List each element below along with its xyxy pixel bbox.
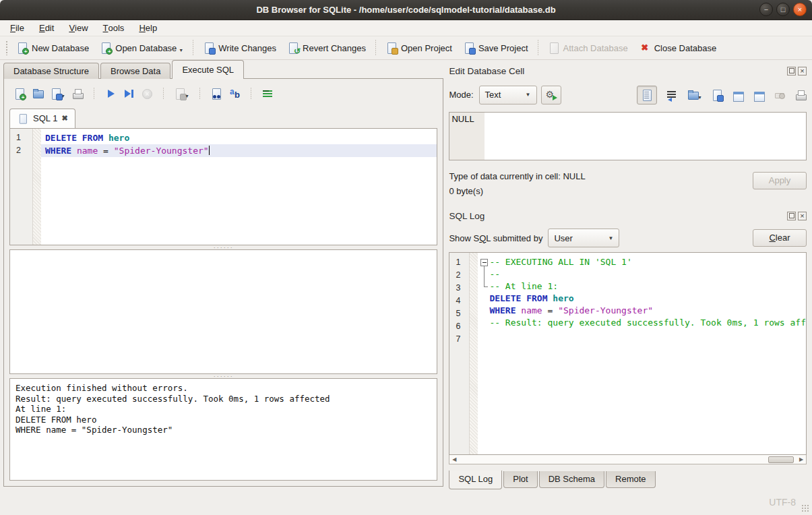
find-icon[interactable]	[210, 88, 222, 100]
format-sql-icon[interactable]	[261, 88, 274, 100]
toolbar-separator	[199, 88, 200, 100]
execute-all-icon[interactable]	[104, 88, 117, 100]
menu-help[interactable]: Help	[131, 20, 164, 36]
menu-edit[interactable]: Edit	[32, 20, 61, 36]
sql-editor[interactable]: 12 DELETE FROM heroWHERE name = "Spider-…	[9, 128, 437, 245]
text-mode-icon[interactable]	[637, 86, 657, 104]
print-cell-icon[interactable]	[794, 89, 807, 101]
scroll-right-icon[interactable]: ▶	[797, 456, 806, 464]
stop-icon[interactable]	[141, 88, 153, 100]
sql-doc-tab-label: SQL 1	[33, 113, 57, 123]
cell-editor[interactable]: NULL	[449, 112, 807, 161]
open-database-icon: +	[100, 42, 112, 54]
import-data-icon	[687, 89, 699, 101]
dock-tab-sql-log[interactable]: SQL Log	[449, 471, 502, 489]
tab-execute-sql[interactable]: Execute SQL	[172, 60, 244, 79]
open-sql-file-icon[interactable]	[32, 88, 44, 100]
mode-select[interactable]: Text ▼	[479, 86, 537, 104]
maximize-button[interactable]: □	[776, 3, 790, 16]
remove-icon[interactable]	[774, 89, 786, 101]
close-database-icon	[639, 42, 651, 54]
float-dock-icon[interactable]	[787, 67, 796, 75]
close-dock-icon[interactable]	[798, 67, 807, 75]
main-toolbar: +New Database+Open Database▼Write Change…	[0, 36, 812, 60]
tab-browse-data[interactable]: Browse Data	[100, 63, 170, 79]
cell-editor-area[interactable]	[485, 113, 806, 160]
log-horizontal-scrollbar[interactable]: ◀ ▶	[449, 455, 807, 464]
dropdown-caret-icon[interactable]: ▼	[179, 48, 183, 54]
execution-message-pane[interactable]: Execution finished without errors.Result…	[9, 378, 437, 481]
toolbar-button-label: New Database	[32, 43, 89, 53]
open-database-button[interactable]: +Open Database▼	[94, 38, 189, 57]
revert-changes-button[interactable]: Revert Changes	[282, 38, 371, 57]
text-mode-icon	[641, 89, 653, 101]
mode-select-value: Text	[485, 90, 501, 100]
sql-doc-tab[interactable]: SQL 1 ✖	[9, 109, 75, 128]
format-sql-icon	[261, 88, 274, 100]
toolbar-separator	[193, 40, 193, 56]
results-pane[interactable]	[9, 249, 437, 374]
close-dock-icon[interactable]	[798, 212, 807, 220]
remove-icon	[774, 89, 786, 101]
dock-tab-plot[interactable]: Plot	[503, 471, 537, 488]
close-sql-tab-icon[interactable]: ✖	[61, 114, 67, 123]
minimize-button[interactable]: −	[759, 3, 773, 16]
clear-button[interactable]: Clear	[753, 229, 807, 247]
execute-line-icon[interactable]	[123, 88, 135, 100]
code-token	[77, 133, 82, 143]
cell-type-text: Type of data currently in cell: NULL	[449, 169, 753, 184]
editor-code-area[interactable]: DELETE FROM heroWHERE name = "Spider-You…	[41, 129, 437, 245]
fold-collapse-icon[interactable]	[479, 256, 489, 268]
sql-log-view[interactable]: 1234567 -- EXECUTING ALL IN 'SQL 1'---- …	[449, 252, 807, 455]
code-line: -- At line 1:	[478, 280, 806, 293]
scrollbar-thumb[interactable]	[768, 456, 794, 463]
toolbar-button-label: Open Database	[115, 43, 177, 53]
toolbar-button-label: Save Project	[478, 43, 528, 53]
tab-database-structure[interactable]: Database Structure	[3, 63, 99, 79]
open-project-icon	[385, 42, 398, 54]
toolbar-separator	[375, 40, 376, 56]
scroll-left-icon[interactable]: ◀	[449, 456, 459, 464]
main-area: Database StructureBrowse DataExecute SQL…	[0, 60, 812, 489]
code-token: "Spider-Youngster"	[558, 305, 653, 315]
open-external-icon[interactable]	[732, 89, 744, 101]
dock-tab-remote[interactable]: Remote	[606, 471, 656, 488]
set-null-button[interactable]	[541, 86, 561, 104]
import-data-icon[interactable]: ▼	[687, 89, 702, 101]
close-database-button[interactable]: Close Database	[633, 38, 722, 57]
word-wrap-icon[interactable]	[666, 89, 678, 101]
fold-margin	[479, 329, 489, 341]
float-dock-icon[interactable]	[787, 212, 796, 220]
write-changes-button[interactable]: Write Changes	[197, 38, 282, 57]
menu-file[interactable]: File	[3, 20, 32, 36]
save-sql-file-icon[interactable]: ▼	[50, 88, 65, 100]
apply-button[interactable]: Apply	[753, 172, 807, 189]
print-cell-icon	[794, 89, 807, 101]
dock-tab-db-schema[interactable]: DB Schema	[539, 471, 604, 488]
chevron-down-icon: ▼	[526, 92, 531, 98]
titlebar[interactable]: DB Browser for SQLite - /home/user/code/…	[0, 0, 812, 20]
print-icon[interactable]	[71, 88, 84, 100]
code-token: --	[489, 269, 500, 279]
menu-tools[interactable]: Tools	[96, 20, 132, 36]
encoding-indicator[interactable]: UTF-8	[769, 497, 796, 508]
new-database-button[interactable]: +New Database	[11, 38, 94, 57]
save-project-button[interactable]: Save Project	[458, 38, 534, 57]
write-changes-icon	[203, 42, 215, 54]
save-results-icon[interactable]: ▼	[174, 88, 189, 100]
attach-database-button[interactable]: Attach Database	[542, 38, 633, 57]
export-data-icon[interactable]	[711, 89, 723, 101]
copy-link-icon[interactable]	[753, 89, 765, 101]
new-sql-tab-icon[interactable]: +	[13, 88, 26, 100]
resize-grip-icon[interactable]	[801, 504, 809, 512]
menu-view[interactable]: View	[61, 20, 95, 36]
message-line: Execution finished without errors.	[15, 383, 431, 394]
toolbar-grip[interactable]	[5, 40, 8, 55]
submitted-by-select[interactable]: User ▼	[548, 229, 619, 247]
message-line: WHERE name = "Spider-Youngster"	[15, 425, 431, 435]
close-button[interactable]: ×	[793, 3, 807, 16]
replace-icon[interactable]	[228, 88, 241, 100]
dock-tabbar: SQL LogPlotDB SchemaRemote	[449, 471, 807, 489]
window-controls: −□×	[759, 3, 807, 16]
open-project-button[interactable]: Open Project	[380, 38, 458, 57]
